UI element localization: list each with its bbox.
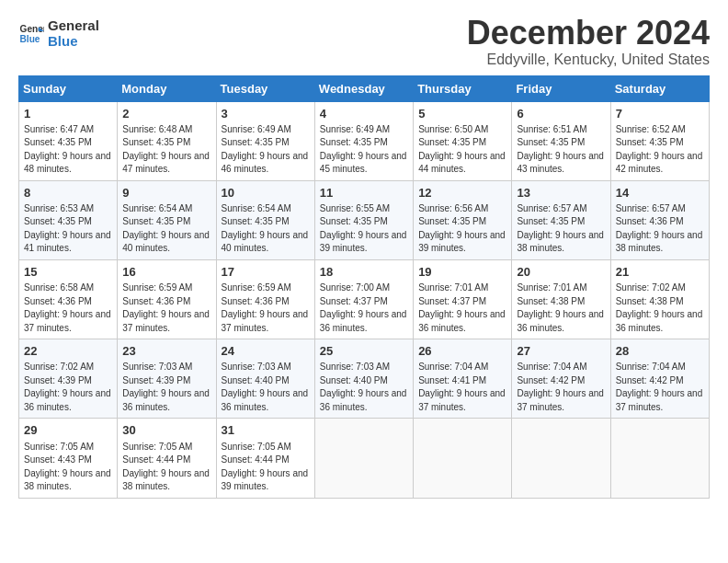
calendar-cell: 4Sunrise: 6:49 AMSunset: 4:35 PMDaylight… xyxy=(314,101,413,180)
month-title: December 2024 xyxy=(467,15,710,52)
calendar-cell: 9Sunrise: 6:54 AMSunset: 4:35 PMDaylight… xyxy=(118,180,216,259)
calendar-cell xyxy=(610,419,709,498)
weekday-friday: Friday xyxy=(512,75,610,101)
day-info: Sunrise: 6:52 AMSunset: 4:35 PMDaylight:… xyxy=(616,123,704,177)
calendar-cell: 19Sunrise: 7:01 AMSunset: 4:37 PMDayligh… xyxy=(414,259,512,339)
calendar-cell xyxy=(414,419,512,498)
day-number: 5 xyxy=(418,106,506,122)
calendar-cell: 3Sunrise: 6:49 AMSunset: 4:35 PMDaylight… xyxy=(216,101,314,180)
page-header: General Blue General Blue December 2024 … xyxy=(18,15,710,68)
day-number: 18 xyxy=(320,264,408,281)
day-info: Sunrise: 6:54 AMSunset: 4:35 PMDaylight:… xyxy=(122,202,210,256)
calendar-cell xyxy=(314,419,413,498)
calendar-cell xyxy=(512,419,610,498)
calendar-cell: 15Sunrise: 6:58 AMSunset: 4:36 PMDayligh… xyxy=(19,259,118,339)
week-row-1: 1Sunrise: 6:47 AMSunset: 4:35 PMDaylight… xyxy=(19,101,710,180)
day-number: 1 xyxy=(24,106,112,122)
day-number: 30 xyxy=(122,422,210,439)
calendar-cell: 2Sunrise: 6:48 AMSunset: 4:35 PMDaylight… xyxy=(118,101,216,180)
calendar-cell: 30Sunrise: 7:05 AMSunset: 4:44 PMDayligh… xyxy=(118,419,216,498)
day-info: Sunrise: 7:00 AMSunset: 4:37 PMDaylight:… xyxy=(320,282,408,335)
day-info: Sunrise: 7:02 AMSunset: 4:38 PMDaylight:… xyxy=(616,282,704,335)
day-info: Sunrise: 7:04 AMSunset: 4:41 PMDaylight:… xyxy=(418,361,506,414)
calendar-cell: 13Sunrise: 6:57 AMSunset: 4:35 PMDayligh… xyxy=(512,180,610,259)
day-info: Sunrise: 6:49 AMSunset: 4:35 PMDaylight:… xyxy=(222,123,310,177)
logo: General Blue General Blue xyxy=(18,18,99,49)
day-number: 6 xyxy=(517,106,605,122)
logo-line2: Blue xyxy=(48,34,99,50)
calendar-cell: 28Sunrise: 7:04 AMSunset: 4:42 PMDayligh… xyxy=(610,339,709,419)
day-info: Sunrise: 7:05 AMSunset: 4:43 PMDaylight:… xyxy=(24,441,112,494)
day-info: Sunrise: 7:01 AMSunset: 4:38 PMDaylight:… xyxy=(517,282,605,335)
day-number: 8 xyxy=(24,185,112,201)
day-number: 24 xyxy=(222,343,310,360)
day-info: Sunrise: 7:01 AMSunset: 4:37 PMDaylight:… xyxy=(418,282,506,335)
day-number: 26 xyxy=(418,343,506,360)
day-number: 11 xyxy=(320,185,408,201)
week-row-3: 15Sunrise: 6:58 AMSunset: 4:36 PMDayligh… xyxy=(19,259,710,339)
title-area: December 2024 Eddyville, Kentucky, Unite… xyxy=(467,15,710,68)
calendar-cell: 25Sunrise: 7:03 AMSunset: 4:40 PMDayligh… xyxy=(314,339,413,419)
calendar-cell: 12Sunrise: 6:56 AMSunset: 4:35 PMDayligh… xyxy=(414,180,512,259)
day-number: 20 xyxy=(517,264,605,281)
day-number: 22 xyxy=(24,343,112,360)
week-row-4: 22Sunrise: 7:02 AMSunset: 4:39 PMDayligh… xyxy=(19,339,710,419)
logo-icon: General Blue xyxy=(18,21,44,47)
calendar-cell: 16Sunrise: 6:59 AMSunset: 4:36 PMDayligh… xyxy=(118,259,216,339)
day-number: 28 xyxy=(616,343,704,360)
week-row-5: 29Sunrise: 7:05 AMSunset: 4:43 PMDayligh… xyxy=(19,419,710,498)
day-info: Sunrise: 6:47 AMSunset: 4:35 PMDaylight:… xyxy=(24,123,112,177)
day-info: Sunrise: 6:57 AMSunset: 4:35 PMDaylight:… xyxy=(517,202,605,256)
day-info: Sunrise: 6:48 AMSunset: 4:35 PMDaylight:… xyxy=(122,123,210,177)
day-number: 19 xyxy=(418,264,506,281)
calendar-cell: 8Sunrise: 6:53 AMSunset: 4:35 PMDaylight… xyxy=(19,180,118,259)
day-number: 4 xyxy=(320,106,408,122)
day-info: Sunrise: 6:59 AMSunset: 4:36 PMDaylight:… xyxy=(122,282,210,335)
day-info: Sunrise: 7:05 AMSunset: 4:44 PMDaylight:… xyxy=(222,441,310,494)
calendar-cell: 17Sunrise: 6:59 AMSunset: 4:36 PMDayligh… xyxy=(216,259,314,339)
day-number: 23 xyxy=(122,343,210,360)
day-info: Sunrise: 7:05 AMSunset: 4:44 PMDaylight:… xyxy=(122,441,210,494)
day-info: Sunrise: 6:59 AMSunset: 4:36 PMDaylight:… xyxy=(222,282,310,335)
calendar-cell: 31Sunrise: 7:05 AMSunset: 4:44 PMDayligh… xyxy=(216,419,314,498)
weekday-header-row: SundayMondayTuesdayWednesdayThursdayFrid… xyxy=(19,75,710,101)
calendar-cell: 27Sunrise: 7:04 AMSunset: 4:42 PMDayligh… xyxy=(512,339,610,419)
weekday-monday: Monday xyxy=(118,75,216,101)
calendar-cell: 26Sunrise: 7:04 AMSunset: 4:41 PMDayligh… xyxy=(414,339,512,419)
calendar-table: SundayMondayTuesdayWednesdayThursdayFrid… xyxy=(18,75,710,499)
day-number: 10 xyxy=(222,185,310,201)
svg-text:Blue: Blue xyxy=(20,34,40,44)
logo-line1: General xyxy=(48,18,99,34)
day-info: Sunrise: 7:03 AMSunset: 4:40 PMDaylight:… xyxy=(222,361,310,414)
day-info: Sunrise: 6:57 AMSunset: 4:36 PMDaylight:… xyxy=(616,202,704,256)
calendar-cell: 11Sunrise: 6:55 AMSunset: 4:35 PMDayligh… xyxy=(314,180,413,259)
day-info: Sunrise: 6:58 AMSunset: 4:36 PMDaylight:… xyxy=(24,282,112,335)
day-info: Sunrise: 6:51 AMSunset: 4:35 PMDaylight:… xyxy=(517,123,605,177)
day-number: 13 xyxy=(517,185,605,201)
day-number: 29 xyxy=(24,422,112,439)
calendar-cell: 22Sunrise: 7:02 AMSunset: 4:39 PMDayligh… xyxy=(19,339,118,419)
day-info: Sunrise: 7:04 AMSunset: 4:42 PMDaylight:… xyxy=(517,361,605,414)
calendar-cell: 18Sunrise: 7:00 AMSunset: 4:37 PMDayligh… xyxy=(314,259,413,339)
day-info: Sunrise: 7:03 AMSunset: 4:40 PMDaylight:… xyxy=(320,361,408,414)
weekday-thursday: Thursday xyxy=(414,75,512,101)
day-number: 14 xyxy=(616,185,704,201)
day-number: 27 xyxy=(517,343,605,360)
day-number: 15 xyxy=(24,264,112,281)
calendar-cell: 7Sunrise: 6:52 AMSunset: 4:35 PMDaylight… xyxy=(610,101,709,180)
day-info: Sunrise: 6:55 AMSunset: 4:35 PMDaylight:… xyxy=(320,202,408,256)
day-number: 16 xyxy=(122,264,210,281)
day-number: 25 xyxy=(320,343,408,360)
day-number: 17 xyxy=(222,264,310,281)
day-number: 3 xyxy=(222,106,310,122)
day-info: Sunrise: 6:56 AMSunset: 4:35 PMDaylight:… xyxy=(418,202,506,256)
day-number: 9 xyxy=(122,185,210,201)
day-number: 12 xyxy=(418,185,506,201)
day-number: 31 xyxy=(222,422,310,439)
calendar-cell: 6Sunrise: 6:51 AMSunset: 4:35 PMDaylight… xyxy=(512,101,610,180)
day-info: Sunrise: 6:54 AMSunset: 4:35 PMDaylight:… xyxy=(222,202,310,256)
calendar-cell: 24Sunrise: 7:03 AMSunset: 4:40 PMDayligh… xyxy=(216,339,314,419)
calendar-cell: 1Sunrise: 6:47 AMSunset: 4:35 PMDaylight… xyxy=(19,101,118,180)
weekday-tuesday: Tuesday xyxy=(216,75,314,101)
calendar-cell: 23Sunrise: 7:03 AMSunset: 4:39 PMDayligh… xyxy=(118,339,216,419)
